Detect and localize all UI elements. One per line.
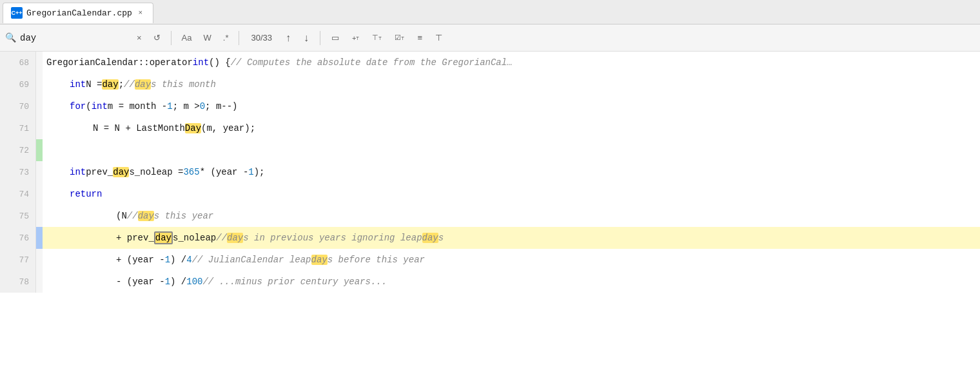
next-match-button[interactable]: ↓: [299, 30, 313, 46]
table-row: 78 - (year - 1) / 100 // ...minus prior …: [0, 271, 980, 293]
line-indicator-73: [36, 161, 43, 183]
code-line-70: for (int m = month - 1; m > 0; m--): [43, 95, 980, 117]
filter-button[interactable]: ⊤: [431, 31, 447, 44]
line-number-74: 74: [0, 183, 36, 205]
line-number-69: 69: [0, 73, 36, 95]
add-cursor-button[interactable]: +ꭲ: [348, 32, 364, 44]
line-number-72: 72: [0, 139, 36, 161]
tab-gregorian[interactable]: C++ GregorianCalendar.cpp ×: [3, 3, 153, 23]
line-number-78: 78: [0, 271, 36, 293]
line-indicator-72: [36, 139, 43, 161]
table-row: 74 return: [0, 183, 980, 205]
remove-cursor-button[interactable]: ⊤ꭲ: [368, 32, 386, 44]
code-line-75: (N // days this year: [43, 205, 980, 227]
match-case-button[interactable]: Aa: [178, 31, 196, 44]
table-row: 68 GregorianCalendar::operator int() { /…: [0, 52, 980, 73]
code-line-73: int prev_days_noleap = 365 * (year - 1);: [43, 161, 980, 183]
prev-match-button[interactable]: ↑: [281, 30, 295, 46]
search-divider3: [320, 31, 320, 45]
tab-bar: C++ GregorianCalendar.cpp ×: [0, 0, 980, 24]
search-bar: 🔍 × ↺ Aa W .* 30/33 ↑ ↓ ▭ +ꭲ ⊤ꭲ ☑ꭲ ≡ ⊤: [0, 24, 980, 52]
table-row: 69 int N = day; // days this month: [0, 73, 980, 95]
line-indicator-75: [36, 205, 43, 227]
table-row: 70 for (int m = month - 1; m > 0; m--): [0, 95, 980, 117]
code-line-78: - (year - 1) / 100 // ...minus prior cen…: [43, 271, 980, 293]
search-input[interactable]: [20, 33, 129, 43]
line-indicator-70: [36, 95, 43, 117]
table-row: 75 (N // days this year: [0, 205, 980, 227]
cpp-icon: C++: [11, 7, 23, 19]
search-divider2: [239, 31, 239, 45]
code-line-74: return: [43, 183, 980, 205]
search-icon: 🔍: [5, 32, 16, 43]
table-row: 77 + (year - 1) / 4 // JulianCalendar le…: [0, 249, 980, 271]
line-indicator-74: [36, 183, 43, 205]
line-indicator-68: [36, 52, 43, 73]
line-number-73: 73: [0, 161, 36, 183]
line-indicator-77: [36, 249, 43, 271]
line-indicator-78: [36, 271, 43, 293]
code-line-77: + (year - 1) / 4 // JulianCalendar leap …: [43, 249, 980, 271]
select-all-occurrences-button[interactable]: ☑ꭲ: [390, 32, 409, 44]
whole-word-button[interactable]: W: [200, 31, 215, 44]
find-in-selection-button[interactable]: ▭: [327, 31, 344, 44]
search-divider: [171, 31, 172, 45]
code-line-69: int N = day; // days this month: [43, 73, 980, 95]
line-number-77: 77: [0, 249, 36, 271]
code-line-68: GregorianCalendar::operator int() { // C…: [43, 52, 980, 73]
multiline-button[interactable]: ≡: [413, 31, 427, 44]
line-number-75: 75: [0, 205, 36, 227]
code-line-71: N = N + LastMonthDay(m, year);: [43, 117, 980, 139]
table-row: 72: [0, 139, 980, 161]
table-row: 71 N = N + LastMonthDay(m, year);: [0, 117, 980, 139]
line-indicator-76: [36, 227, 43, 249]
tab-close-button[interactable]: ×: [136, 8, 145, 17]
line-number-71: 71: [0, 117, 36, 139]
table-row: 76 + prev_days_noleap // days in previou…: [0, 227, 980, 249]
code-line-76: + prev_days_noleap // days in previous y…: [43, 227, 980, 249]
code-line-72: [43, 139, 980, 161]
table-row: 73 int prev_days_noleap = 365 * (year - …: [0, 161, 980, 183]
line-number-68: 68: [0, 52, 36, 73]
refresh-search-button[interactable]: ↺: [150, 31, 164, 44]
tab-filename: GregorianCalendar.cpp: [26, 8, 132, 18]
line-indicator-71: [36, 117, 43, 139]
regex-button[interactable]: .*: [219, 31, 233, 44]
code-area: 68 GregorianCalendar::operator int() { /…: [0, 52, 980, 381]
line-number-70: 70: [0, 95, 36, 117]
line-indicator-69: [36, 73, 43, 95]
search-count: 30/33: [251, 33, 272, 43]
clear-search-button[interactable]: ×: [133, 31, 146, 44]
line-number-76: 76: [0, 227, 36, 249]
